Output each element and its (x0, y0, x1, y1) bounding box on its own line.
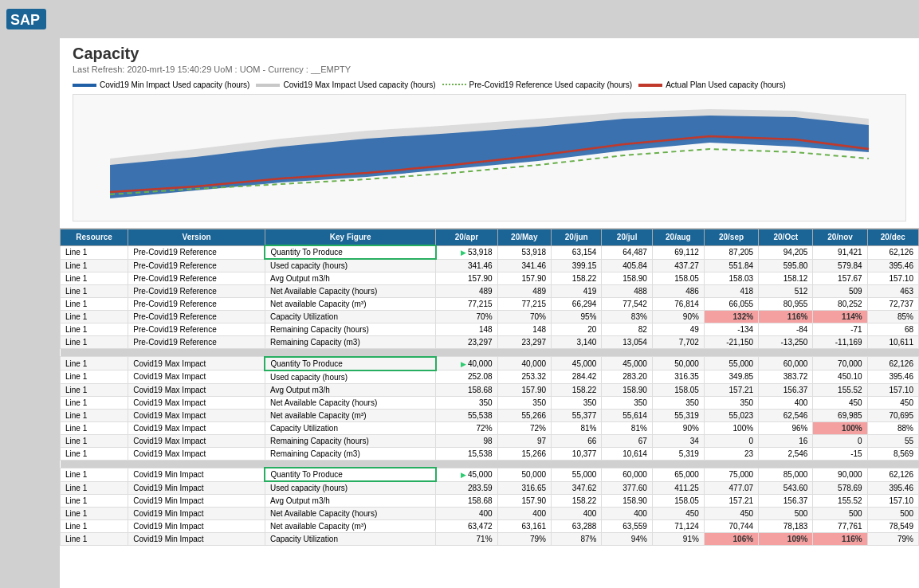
cell-version: Pre-Covid19 Reference (128, 323, 265, 336)
col-header-jul: 20/jul (602, 229, 652, 246)
main-content: Capacity Last Refresh: 2020-mrt-19 15:40… (0, 38, 919, 588)
col-header-apr: 20/apr (436, 229, 497, 246)
cell-value: 383.72 (759, 370, 813, 384)
cell-value: 283.20 (602, 370, 652, 384)
cell-value: 81% (602, 421, 652, 434)
cell-value: 13,054 (602, 336, 652, 349)
chart-title: Capacity (73, 45, 906, 63)
cell-value: 76,814 (652, 298, 704, 311)
cell-value: 10,611 (867, 336, 918, 349)
sap-logo: SAP (6, 9, 46, 29)
cell-value: 60,000 (759, 357, 813, 370)
cell-value: 100% (813, 421, 867, 434)
cell-key-figure: Avg Output m3/h (265, 272, 435, 285)
cell-value: 116% (759, 311, 813, 323)
cell-value: 488 (602, 285, 652, 298)
cell-resource: Line 1 (61, 421, 128, 434)
legend-item-actual: Actual Plan Used capacity (hours) (638, 80, 786, 89)
cell-value: 450.10 (813, 370, 867, 384)
cell-value: 15,266 (497, 447, 551, 460)
cell-value: 97 (497, 434, 551, 447)
cell-value: 83% (602, 311, 652, 323)
cell-value: 395.46 (867, 481, 918, 495)
cell-value: 109% (759, 533, 813, 546)
table-row: Line 1Pre-Covid19 ReferenceQuantity To P… (61, 245, 919, 259)
table-row: Line 1Covid19 Min ImpactUsed capacity (h… (61, 481, 919, 495)
table-row: Line 1Covid19 Max ImpactNet Available Ca… (61, 396, 919, 409)
cell-version: Covid19 Max Impact (128, 409, 265, 421)
cell-value: 148 (497, 323, 551, 336)
table-row: Line 1Covid19 Max ImpactQuantity To Prod… (61, 357, 919, 370)
col-header-nov: 20/nov (813, 229, 867, 246)
cell-value: 486 (652, 285, 704, 298)
cell-value: 70,744 (704, 520, 758, 533)
legend-line-green (442, 84, 466, 87)
cell-value: 90% (652, 421, 704, 434)
cell-key-figure: Net Available Capacity (hours) (265, 508, 435, 520)
cell-version: Covid19 Max Impact (128, 370, 265, 384)
cell-key-figure: Used capacity (hours) (265, 370, 435, 384)
cell-value: 411.25 (652, 481, 704, 495)
cell-value: 62,126 (867, 468, 918, 481)
cell-value: 78,549 (867, 520, 918, 533)
cell-value: 0 (813, 434, 867, 447)
cell-value: 53,918 (497, 245, 551, 259)
cell-value: -71 (813, 323, 867, 336)
chart-area (73, 94, 906, 221)
cell-value: 94% (602, 533, 652, 546)
cell-resource: Line 1 (61, 396, 128, 409)
col-header-oct: 20/Oct (759, 229, 813, 246)
cell-resource: Line 1 (61, 311, 128, 323)
cell-value: 0 (704, 434, 758, 447)
cell-value: 71% (436, 533, 497, 546)
cell-value: 450 (867, 396, 918, 409)
cell-value: 100% (704, 421, 758, 434)
cell-version: Covid19 Min Impact (128, 468, 265, 481)
cell-value: 418 (704, 285, 758, 298)
capacity-table: Resource Version Key Figure 20/apr 20/Ma… (60, 229, 919, 546)
cell-value: 77,761 (813, 520, 867, 533)
cell-key-figure: Quantity To Produce (265, 468, 435, 481)
cell-value: 157.90 (497, 383, 551, 396)
cell-value: 347.62 (552, 481, 602, 495)
cell-value: 252.08 (436, 370, 497, 384)
cell-resource: Line 1 (61, 259, 128, 272)
cell-value: 157.10 (867, 383, 918, 396)
cell-value: 72% (497, 421, 551, 434)
cell-resource: Line 1 (61, 245, 128, 259)
legend-item-precovid: Pre-Covid19 Reference Used capacity (hou… (442, 80, 633, 89)
cell-resource: Line 1 (61, 481, 128, 495)
cell-value: 66,055 (704, 298, 758, 311)
cell-resource: Line 1 (61, 285, 128, 298)
cell-version: Pre-Covid19 Reference (128, 245, 265, 259)
cell-value: 85% (867, 311, 918, 323)
cell-value: 157.21 (704, 495, 758, 508)
cell-resource: Line 1 (61, 468, 128, 481)
cell-value: 55,266 (497, 409, 551, 421)
cell-value: 55,000 (552, 468, 602, 481)
cell-value: 158.90 (602, 272, 652, 285)
cell-value: 66,294 (552, 298, 602, 311)
cell-value: 158.68 (436, 383, 497, 396)
right-panel: Capacity Last Refresh: 2020-mrt-19 15:40… (60, 38, 919, 588)
cell-value: 500 (813, 508, 867, 520)
cell-key-figure: Quantity To Produce (265, 357, 435, 370)
cell-value: 400 (602, 508, 652, 520)
cell-resource: Line 1 (61, 272, 128, 285)
cell-value: 90,000 (813, 468, 867, 481)
cell-value: 158.22 (552, 495, 602, 508)
cell-value: 578.69 (813, 481, 867, 495)
cell-value: 157.90 (497, 495, 551, 508)
cell-version: Pre-Covid19 Reference (128, 311, 265, 323)
cell-version: Covid19 Max Impact (128, 357, 265, 370)
cell-value: 63,472 (436, 520, 497, 533)
cell-key-figure: Avg Output m3/h (265, 495, 435, 508)
cell-value: 40,000 (497, 357, 551, 370)
col-header-sep: 20/sep (704, 229, 758, 246)
cell-value: 23 (704, 447, 758, 460)
table-row: Line 1Pre-Covid19 ReferenceRemaining Cap… (61, 336, 919, 349)
cell-version: Covid19 Min Impact (128, 520, 265, 533)
cell-key-figure: Remaining Capacity (hours) (265, 434, 435, 447)
table-section[interactable]: Resource Version Key Figure 20/apr 20/Ma… (60, 229, 919, 588)
cell-value: -13,250 (759, 336, 813, 349)
